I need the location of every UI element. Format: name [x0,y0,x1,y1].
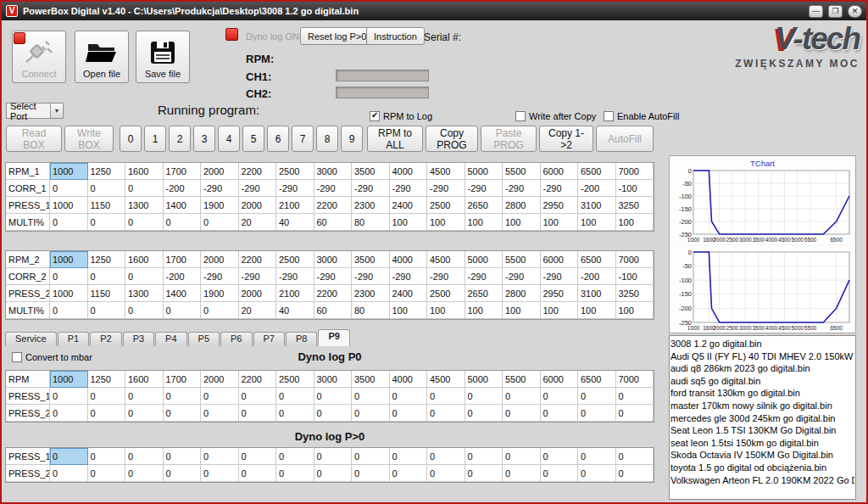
table-cell[interactable]: -200 [164,268,202,285]
table-cell[interactable]: 0 [616,465,654,482]
digit-button-9[interactable]: 9 [341,126,363,152]
table-cell[interactable]: 1600 [125,251,164,268]
table-cell[interactable]: 1900 [201,197,239,214]
table-cell[interactable]: 0 [164,214,202,231]
tab-service[interactable]: Service [5,332,57,346]
table-cell[interactable]: 0 [201,388,239,405]
table-cell[interactable]: -290 [390,180,428,197]
table-cell[interactable]: 5500 [503,163,541,180]
table-cell[interactable]: 60 [314,214,353,231]
tab-p6[interactable]: P6 [220,332,252,346]
table-cell[interactable]: 4500 [427,251,465,268]
table-cell[interactable]: -290 [390,268,428,285]
table-cell[interactable]: 0 [50,405,88,422]
copy-prog-button[interactable]: Copy PROG [426,126,478,152]
table-cell[interactable]: 5000 [465,163,504,180]
table-cell[interactable]: 0 [239,405,277,422]
table-cell[interactable]: 2000 [239,197,277,214]
table-cell[interactable]: 2800 [503,285,541,302]
table-cell[interactable]: 7000 [616,251,654,268]
open-file-button[interactable]: Open file [75,31,129,83]
table-cell[interactable]: 0 [164,405,202,422]
table-cell[interactable]: 0 [465,448,504,465]
table-cell[interactable]: 2000 [201,251,239,268]
table-cell[interactable]: -290 [352,268,390,285]
select-port-dropdown[interactable]: Select Port ▼ [6,103,64,119]
table-cell[interactable]: 0 [314,388,353,405]
table-cell[interactable]: 1150 [88,197,126,214]
table-cell[interactable]: 0 [352,465,390,482]
table-cell[interactable]: -290 [465,268,504,285]
table-cell[interactable]: 40 [276,302,314,319]
table-cell[interactable]: 0 [88,388,126,405]
table-cell[interactable]: 0 [50,180,88,197]
table-cell[interactable]: 0 [164,465,202,482]
table-cell[interactable]: 1700 [164,251,202,268]
table-cell[interactable]: -290 [276,268,314,285]
table-cell[interactable]: 3500 [352,163,390,180]
table-cell[interactable]: 0 [503,448,541,465]
table-cell[interactable]: 3250 [616,285,654,302]
table-cell[interactable]: 6000 [541,163,579,180]
write-after-copy-checkbox[interactable]: Write after Copy [515,111,596,121]
table-cell[interactable]: 0 [616,448,654,465]
table-cell[interactable]: 6500 [578,163,616,180]
table-cell[interactable]: -200 [578,268,616,285]
read-box-button[interactable]: Read BOX [6,126,62,152]
table-cell[interactable]: 100 [578,302,616,319]
table-cell[interactable]: 1700 [164,163,202,180]
table-cell[interactable]: 0 [239,388,277,405]
table-cell[interactable]: 1000 [50,285,88,302]
table-cell[interactable]: 20 [239,302,277,319]
table-cell[interactable]: -290 [503,180,541,197]
table-cell[interactable]: 0 [427,388,465,405]
file-list-item[interactable]: toyota 1.5 go digital od obciążenia.bin [670,462,854,474]
table-cell[interactable]: 0 [201,214,239,231]
table-cell[interactable]: 0 [276,465,314,482]
table-cell[interactable]: 3100 [578,197,616,214]
table-cell[interactable]: 2200 [239,371,277,388]
table-cell[interactable]: 0 [201,448,239,465]
table-cell[interactable]: 0 [578,465,616,482]
table-cell[interactable]: 2200 [314,197,353,214]
minimize-button[interactable]: — [809,5,823,18]
table-cell[interactable]: 6500 [578,371,616,388]
table-cell[interactable]: 0 [88,268,126,285]
table-cell[interactable]: 2200 [314,285,353,302]
table-cell[interactable]: 0 [201,302,239,319]
tab-p1[interactable]: P1 [58,332,89,346]
table-cell[interactable]: 0 [314,405,353,422]
table-cell[interactable]: 100 [503,214,541,231]
tab-p7[interactable]: P7 [253,332,285,346]
file-list-item[interactable]: Seat Leon 1.5 TSI 130KM Go Digital.bin [670,424,854,437]
table-cell[interactable]: 1600 [125,371,164,388]
table-cell[interactable]: 1000 [50,197,88,214]
table-cell[interactable]: 2300 [352,197,390,214]
table-cell[interactable]: -290 [541,268,579,285]
table-cell[interactable]: 1400 [164,197,202,214]
table-cell[interactable]: 1700 [164,371,202,388]
table-cell[interactable]: 0 [616,388,654,405]
table-cell[interactable]: 0 [541,388,579,405]
table-cell[interactable]: 0 [164,448,202,465]
table-cell[interactable]: 3000 [314,371,353,388]
digit-button-8[interactable]: 8 [316,126,338,152]
table-cell[interactable]: 2650 [465,285,504,302]
table-cell[interactable]: 4000 [390,163,428,180]
table-cell[interactable]: 0 [427,405,465,422]
table-cell[interactable]: 0 [125,214,164,231]
table-cell[interactable]: 0 [465,465,504,482]
table-cell[interactable]: 2500 [276,371,314,388]
reset-log-button[interactable]: Reset log P>0 [300,27,374,45]
table-cell[interactable]: 100 [465,214,504,231]
table-cell[interactable]: 0 [352,405,390,422]
rpm-to-log-checkbox[interactable]: RPM to Log [370,111,432,121]
digit-button-5[interactable]: 5 [242,126,264,152]
table-cell[interactable]: -100 [616,268,654,285]
table-cell[interactable]: 100 [465,302,504,319]
table-cell[interactable]: 0 [314,448,353,465]
table-cell[interactable]: -290 [239,180,277,197]
file-list-item[interactable]: 3008 1.2 go digital.bin [670,338,854,350]
write-box-button[interactable]: Write BOX [64,126,114,152]
table-cell[interactable]: 0 [50,268,88,285]
